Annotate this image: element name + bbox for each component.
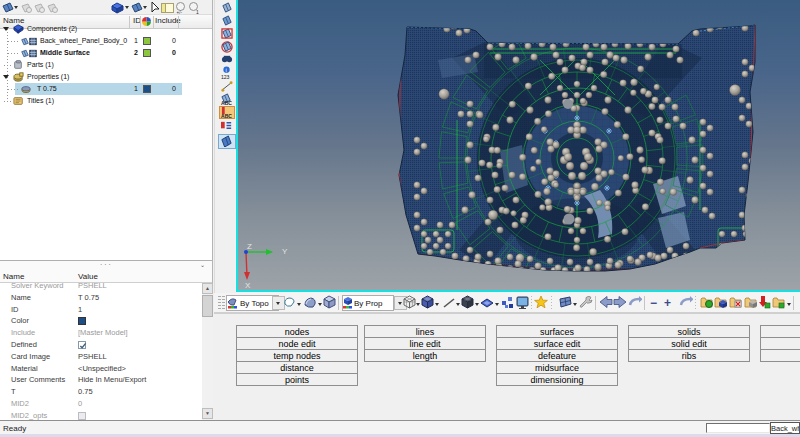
svg-text:i: i	[226, 67, 227, 73]
svg-text:Y: Y	[282, 247, 288, 256]
svg-text:Z: Z	[247, 242, 252, 251]
svg-text:+/-: +/-	[177, 10, 183, 15]
svg-text:1: 1	[196, 9, 199, 15]
svg-text:X: X	[245, 281, 251, 290]
svg-text:123: 123	[221, 74, 230, 79]
svg-text:ABC: ABC	[221, 113, 232, 118]
svg-text:ABC: ABC	[221, 100, 232, 105]
